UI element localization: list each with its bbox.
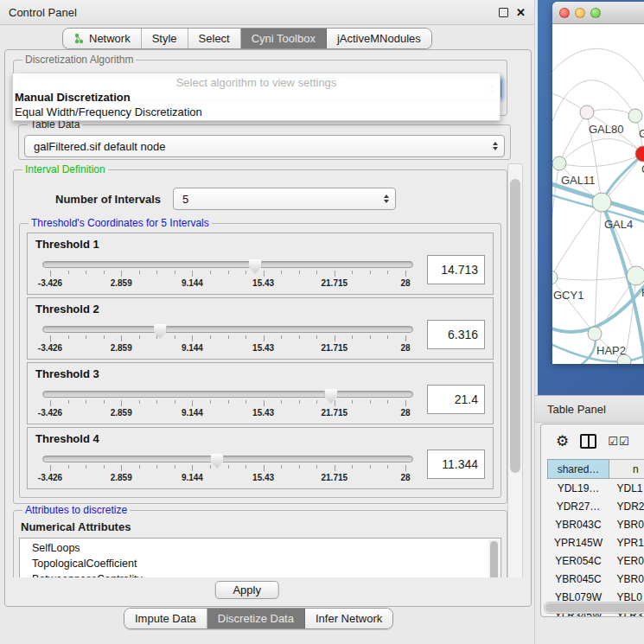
cell[interactable]: YDR2 <box>609 497 644 515</box>
control-panel: Control Panel ✕ Network Style Select Cyn… <box>0 0 534 644</box>
numerical-attributes-label: Numerical Attributes <box>21 520 501 533</box>
network-view-window: GAL80GALOGAL11GAL4GCY1HHAP2 <box>552 2 644 363</box>
group-title: Interval Definition <box>22 163 108 175</box>
list-scrollbar[interactable] <box>488 539 500 577</box>
table-row[interactable]: YBR043CYBR0 <box>548 515 644 533</box>
list-item[interactable]: SelfLoops <box>20 540 501 556</box>
combo-arrows-icon <box>384 194 389 203</box>
table-row[interactable]: YDL19…YDL1 <box>548 479 644 498</box>
right-panel: GAL80GALOGAL11GAL4GCY1HHAP2 Table Panel … <box>534 0 644 644</box>
column-header-shared[interactable]: shared… <box>548 460 609 479</box>
threshold-value-field[interactable]: 21.4 <box>427 385 485 414</box>
threshold-slider[interactable]: -3.4262.8599.14415.4321.71528 <box>42 391 413 418</box>
network-icon <box>73 33 85 44</box>
list-item[interactable]: BetweennessCentrality <box>20 571 501 577</box>
split-view-icon[interactable] <box>580 434 596 449</box>
close-button[interactable] <box>559 8 570 18</box>
cell[interactable]: YER0 <box>609 552 644 570</box>
table-panel-title: Table Panel <box>547 403 606 416</box>
cell[interactable]: YER054C <box>548 552 609 570</box>
scrollbar-thumb[interactable] <box>545 603 644 612</box>
cell[interactable]: YDL1 <box>609 479 644 498</box>
cell[interactable]: YDL19… <box>548 479 609 498</box>
network-node[interactable] <box>628 109 642 123</box>
close-icon[interactable]: ✕ <box>516 7 526 18</box>
threshold-label: Threshold 2 <box>35 303 485 316</box>
threshold-value-field[interactable]: 6.316 <box>427 320 485 349</box>
table-panel: ⚙ ☑ ☑ shared… n YDL19…YDL1 YDR27…YDR2 <box>540 424 644 617</box>
number-of-intervals-value: 5 <box>182 193 188 206</box>
threshold-slider[interactable]: -3.4262.8599.14415.4321.71528 <box>42 326 413 354</box>
checkbox-icon[interactable]: ☑ <box>608 436 618 447</box>
slider-track[interactable] <box>42 391 413 398</box>
float-window-icon[interactable] <box>499 8 508 17</box>
cell[interactable]: YPR1 <box>609 533 644 552</box>
cell[interactable]: YBR043C <box>548 515 609 533</box>
slider-scale: -3.4262.8599.14415.4321.71528 <box>50 407 405 418</box>
tab-network[interactable]: Network <box>63 29 142 48</box>
network-node[interactable] <box>580 105 594 119</box>
cell[interactable]: YBR0 <box>609 515 644 533</box>
minimize-button[interactable] <box>575 8 585 18</box>
threshold-value-field[interactable]: 14.713 <box>427 255 485 284</box>
table-data-combobox[interactable]: galFiltered.sif default node <box>24 135 505 157</box>
network-node[interactable] <box>552 271 558 284</box>
slider-ticks <box>50 400 405 407</box>
apply-button[interactable]: Apply <box>214 581 279 599</box>
threshold-label: Threshold 1 <box>35 238 485 251</box>
network-node[interactable] <box>592 193 611 212</box>
network-window-titlebar <box>552 2 644 24</box>
scrollbar-thumb[interactable] <box>510 179 520 473</box>
network-node-label: GAL11 <box>561 174 596 187</box>
slider-track[interactable] <box>42 261 413 268</box>
tab-jactivemnodules[interactable]: jActiveMNodules <box>327 29 431 48</box>
threshold-value-field[interactable]: 11.344 <box>427 450 485 479</box>
network-node[interactable] <box>627 266 644 285</box>
combo-arrows-icon <box>493 142 498 150</box>
threshold-panel: Threshold 4 -3.4262.8599.14415.4321.7152… <box>27 427 494 489</box>
tab-label: Discretize Data <box>218 612 294 625</box>
number-of-intervals-combobox[interactable]: 5 <box>173 188 396 210</box>
tab-impute-data[interactable]: Impute Data <box>124 609 207 628</box>
list-item[interactable]: TopologicalCoefficient <box>20 556 501 571</box>
column-header-name[interactable]: n <box>609 460 644 479</box>
threshold-slider[interactable]: -3.4262.8599.14415.4321.71528 <box>42 456 413 483</box>
tab-style[interactable]: Style <box>142 29 188 48</box>
cyni-toolbox-panel: Discretization Algorithm Select algorith… <box>4 49 532 607</box>
dropdown-placeholder-option[interactable]: Select algorithm to view settings <box>13 73 500 90</box>
slider-ticks <box>50 335 405 342</box>
network-node[interactable] <box>552 156 566 170</box>
table-row[interactable]: YDR27…YDR2 <box>548 497 644 515</box>
tab-discretize-data[interactable]: Discretize Data <box>207 609 305 628</box>
threshold-slider[interactable]: -3.4262.8599.14415.4321.71528 <box>42 261 413 289</box>
tab-cyni-toolbox[interactable]: Cyni Toolbox <box>241 29 327 48</box>
node-attribute-table: shared… n YDL19…YDL1 YDR27…YDR2 YBR043CY… <box>547 459 644 617</box>
dropdown-option-manual-discretization[interactable]: Manual Discretization <box>13 90 500 105</box>
cell[interactable]: YBR0 <box>609 570 644 588</box>
table-data-group: Table Data galFiltered.sif default node <box>18 118 511 160</box>
table-row[interactable]: YPR145WYPR1 <box>548 533 644 552</box>
table-row[interactable]: YBR045CYBR0 <box>548 570 644 588</box>
horizontal-scrollbar[interactable] <box>544 602 644 614</box>
network-canvas[interactable]: GAL80GALOGAL11GAL4GCY1HHAP2 <box>552 24 644 364</box>
tab-label: Style <box>152 32 177 45</box>
threshold-label: Threshold 4 <box>35 432 485 445</box>
vertical-scrollbar[interactable] <box>507 163 523 577</box>
table-row[interactable]: YER054CYER0 <box>548 552 644 570</box>
bottom-tabs: Impute Data Discretize Data Infer Networ… <box>124 608 393 629</box>
cell[interactable]: YDR27… <box>548 497 609 515</box>
zoom-button[interactable] <box>590 8 601 18</box>
slider-track[interactable] <box>42 326 413 333</box>
network-node[interactable] <box>588 327 602 341</box>
cell[interactable]: YBR045C <box>548 570 609 588</box>
group-title: Threshold's Coordinates for 5 Intervals <box>29 217 212 229</box>
checkbox-icon[interactable]: ☑ <box>619 436 629 447</box>
gear-icon[interactable]: ⚙ <box>556 436 569 448</box>
thresholds-group: Threshold's Coordinates for 5 Intervals … <box>19 217 501 498</box>
tab-infer-network[interactable]: Infer Network <box>305 609 392 628</box>
cell[interactable]: YPR145W <box>548 533 609 552</box>
tab-label: Infer Network <box>316 612 382 625</box>
dropdown-option-equal-width-frequency[interactable]: Equal Width/Frequency Discretization <box>13 105 500 119</box>
tab-select[interactable]: Select <box>188 29 241 48</box>
slider-track[interactable] <box>42 456 413 462</box>
